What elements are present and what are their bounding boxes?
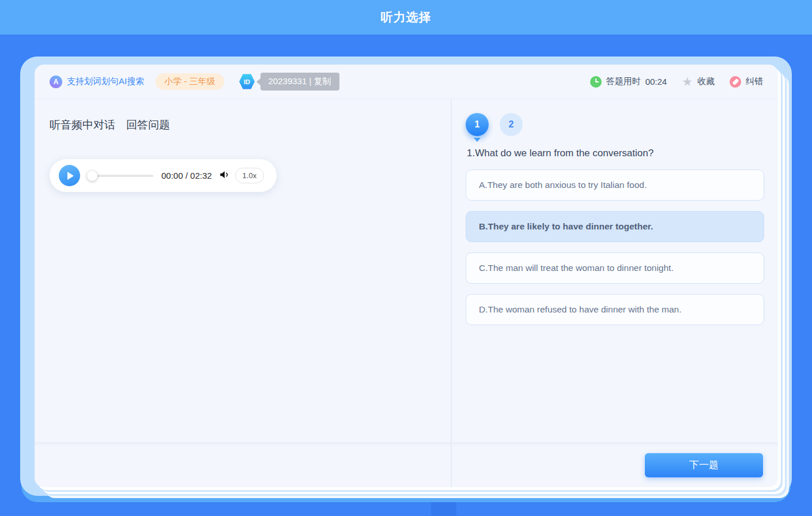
options-list: A.They are both anxious to try Italian f… <box>466 170 764 325</box>
favorite-button[interactable]: ★ 收藏 <box>682 76 715 88</box>
material-prompt: 听音频中对话 回答问题 <box>50 118 436 133</box>
answer-timer: 答题用时 00:24 <box>590 76 667 88</box>
option-d[interactable]: D.The woman refused to have dinner with … <box>466 294 764 325</box>
question-nav-dot-1[interactable]: 1 <box>466 113 489 136</box>
page-title: 听力选择 <box>381 9 432 25</box>
clock-icon <box>590 76 602 88</box>
toolbar-left: A 支持划词划句AI搜索 小学 - 三年级 ID 20239331 | 复制 <box>50 73 339 91</box>
grade-badge: 小学 - 三年级 <box>156 73 224 90</box>
decoration-arrow-stem <box>431 502 456 516</box>
question-panel-footer: 下一题 <box>452 442 778 487</box>
question-text: 1.What do we learn from the conversation… <box>467 148 764 159</box>
audio-time: 00:00 / 02:32 <box>161 171 212 180</box>
question-panel: 1 2 1.What do we learn from the conversa… <box>452 99 778 487</box>
question-id-group: ID 20239331 | 复制 <box>239 73 339 91</box>
favorite-label: 收藏 <box>697 76 715 87</box>
option-b[interactable]: B.They are likely to have dinner togethe… <box>466 211 764 242</box>
question-card-shell: A 支持划词划句AI搜索 小学 - 三年级 ID 20239331 | 复制 答… <box>20 57 792 496</box>
report-label: 纠错 <box>746 76 763 87</box>
id-copy-badge[interactable]: 20239331 | 复制 <box>260 73 339 91</box>
play-button[interactable] <box>59 165 80 186</box>
next-question-button[interactable]: 下一题 <box>645 453 763 477</box>
timer-value: 00:24 <box>645 77 667 86</box>
eraser-icon <box>730 76 741 88</box>
material-panel: 听音频中对话 回答问题 00:00 / 02:32 <box>35 99 452 487</box>
audio-progress-thumb[interactable] <box>87 171 97 181</box>
question-nav: 1 2 <box>466 113 764 136</box>
ai-search-link[interactable]: A 支持划词划句AI搜索 <box>50 76 144 88</box>
audio-player: 00:00 / 02:32 1.0x <box>50 159 277 192</box>
toolbar-right: 答题用时 00:24 ★ 收藏 纠错 <box>590 76 763 88</box>
question-panel-main: 1 2 1.What do we learn from the conversa… <box>452 99 778 442</box>
star-icon: ★ <box>682 76 693 88</box>
speaker-icon <box>219 170 229 182</box>
question-card: A 支持划词划句AI搜索 小学 - 三年级 ID 20239331 | 复制 答… <box>35 65 778 487</box>
card-body: 听音频中对话 回答问题 00:00 / 02:32 <box>35 99 778 487</box>
page-background: A 支持划词划句AI搜索 小学 - 三年级 ID 20239331 | 复制 答… <box>0 35 812 516</box>
ai-search-label: 支持划词划句AI搜索 <box>67 76 144 87</box>
app-header: 听力选择 <box>0 0 812 35</box>
volume-button[interactable] <box>219 170 229 182</box>
playback-speed-button[interactable]: 1.0x <box>235 168 265 183</box>
ai-search-icon: A <box>50 76 62 88</box>
option-c[interactable]: C.The man will treat the woman to dinner… <box>466 253 764 284</box>
audio-progress-track[interactable] <box>88 175 153 177</box>
timer-label: 答题用时 <box>606 76 641 87</box>
material-panel-footer <box>35 442 451 487</box>
question-nav-dot-2[interactable]: 2 <box>500 113 523 136</box>
option-a[interactable]: A.They are both anxious to try Italian f… <box>466 170 764 201</box>
material-panel-main: 听音频中对话 回答问题 00:00 / 02:32 <box>35 99 451 442</box>
card-toolbar: A 支持划词划句AI搜索 小学 - 三年级 ID 20239331 | 复制 答… <box>35 65 778 99</box>
report-error-button[interactable]: 纠错 <box>730 76 763 88</box>
id-icon: ID <box>239 74 255 90</box>
